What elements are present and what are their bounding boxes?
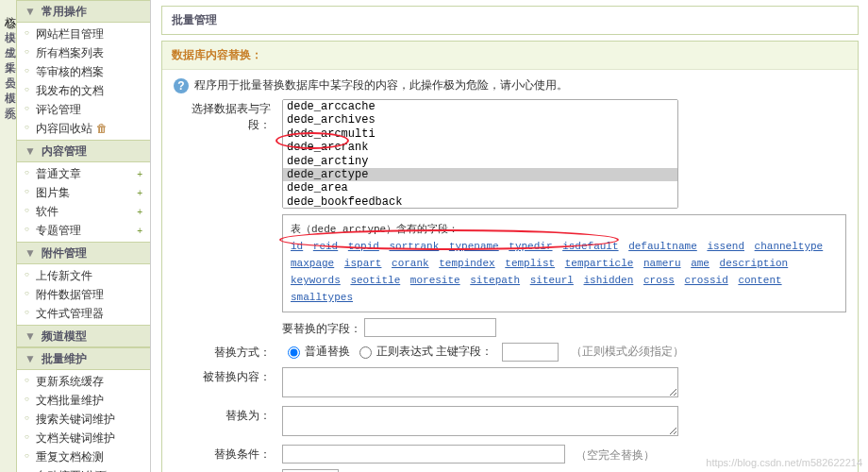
watermark: https://blog.csdn.net/m582622214: [706, 457, 862, 468]
menu-item[interactable]: 搜索关键词维护: [17, 410, 150, 429]
field-link[interactable]: crossid: [685, 275, 728, 286]
warning-text: 程序用于批量替换数据库中某字段的内容，此操作极为危险，请小心使用。: [194, 77, 568, 93]
chevron-icon: ▼: [25, 329, 36, 343]
field-link[interactable]: sitepath: [470, 275, 520, 286]
radio-normal[interactable]: [288, 346, 300, 359]
chevron-icon: ▼: [25, 144, 36, 158]
panel: 数据库内容替换： ? 程序用于批量替换数据库中某字段的内容，此操作极为危险，请小…: [161, 41, 859, 472]
add-icon[interactable]: +: [137, 169, 142, 179]
field-link[interactable]: ame: [691, 258, 709, 269]
left-menu: ▼常用操作网站栏目管理所有档案列表等审核的档案我发布的文档评论管理内容回收站🗑▼…: [17, 0, 151, 472]
section-header[interactable]: ▼内容管理: [17, 140, 150, 162]
menu-item[interactable]: 附件数据管理: [17, 285, 150, 304]
fields-list: id reid topid sortrank typename typedir …: [291, 238, 838, 306]
field-link[interactable]: ispart: [344, 258, 382, 269]
main-panel: 批量管理 数据库内容替换： ? 程序用于批量替换数据库中某字段的内容，此操作极为…: [156, 0, 868, 472]
field-link[interactable]: cross: [643, 275, 675, 286]
fields-title: 表（dede_arctype）含有的字段：: [291, 221, 838, 238]
field-link[interactable]: issend: [707, 241, 744, 252]
field-link[interactable]: reid: [313, 241, 338, 252]
menu-item[interactable]: 图片集+: [17, 183, 150, 202]
menu-item[interactable]: 普通文章+: [17, 164, 150, 183]
menu-item[interactable]: 重复文档检测: [17, 447, 150, 466]
add-icon[interactable]: +: [137, 188, 142, 198]
vertical-sidebar: 核心模块生成采集会员模板系统: [0, 0, 17, 472]
panel-title: 数据库内容替换：: [162, 42, 858, 70]
new-content-textarea[interactable]: [282, 406, 678, 436]
field-link[interactable]: typename: [449, 241, 499, 252]
section-header[interactable]: ▼附件管理: [17, 242, 150, 264]
menu-item[interactable]: 所有档案列表: [17, 43, 150, 62]
page-title: 批量管理: [161, 6, 859, 35]
menu-item[interactable]: 文档批量维护: [17, 391, 150, 410]
menu-item[interactable]: 等审核的档案: [17, 62, 150, 81]
label-condition: 替换条件：: [174, 445, 282, 463]
chevron-icon: ▼: [25, 5, 36, 18]
fields-box: 表（dede_arctype）含有的字段： id reid topid sort…: [282, 214, 846, 312]
field-link[interactable]: description: [720, 258, 789, 269]
add-icon[interactable]: +: [137, 226, 142, 236]
field-link[interactable]: id: [291, 241, 303, 252]
field-link[interactable]: typedir: [509, 241, 552, 252]
menu-item[interactable]: 网站栏目管理: [17, 25, 150, 43]
field-link[interactable]: smalltypes: [291, 292, 353, 303]
add-icon[interactable]: +: [137, 207, 142, 217]
menu-item[interactable]: 专题管理+: [17, 221, 150, 240]
field-link[interactable]: sortrank: [389, 241, 439, 252]
field-link[interactable]: moresite: [410, 275, 460, 286]
condition-input[interactable]: [282, 445, 565, 464]
field-link[interactable]: defaultname: [628, 241, 697, 252]
menu-item[interactable]: 内容回收站🗑: [17, 119, 150, 138]
label-old: 被替换内容：: [174, 367, 282, 385]
field-link[interactable]: topid: [348, 241, 379, 252]
section-header[interactable]: ▼频道模型: [17, 325, 150, 347]
field-link[interactable]: corank: [392, 258, 429, 269]
field-link[interactable]: nameru: [643, 258, 681, 269]
field-link[interactable]: ishidden: [584, 275, 634, 286]
field-link[interactable]: channeltype: [755, 241, 824, 252]
menu-item[interactable]: 文档关键词维护: [17, 429, 150, 447]
menu-item[interactable]: 自动摘要|分页: [17, 466, 150, 472]
label-mode: 替换方式：: [174, 343, 282, 361]
chevron-icon: ▼: [25, 246, 36, 260]
field-link[interactable]: maxpage: [291, 258, 334, 269]
label-new: 替换为：: [174, 406, 282, 424]
field-link[interactable]: tempindex: [439, 258, 494, 269]
section-header[interactable]: ▼批量维护: [17, 347, 150, 370]
pk-field-input[interactable]: [502, 343, 559, 362]
field-link[interactable]: temparticle: [565, 258, 634, 269]
field-link[interactable]: keywords: [291, 275, 341, 286]
menu-item[interactable]: 我发布的文档: [17, 81, 150, 100]
radio-regex[interactable]: [359, 346, 372, 359]
info-icon: ?: [174, 78, 189, 93]
field-link[interactable]: content: [738, 275, 781, 286]
table-select[interactable]: dede_arccachedede_archivesdede_arcmultid…: [282, 99, 678, 209]
field-link[interactable]: isdefault: [562, 241, 618, 252]
field-link[interactable]: templist: [505, 258, 555, 269]
menu-item[interactable]: 软件+: [17, 202, 150, 221]
field-link[interactable]: seotitle: [350, 275, 400, 286]
menu-item[interactable]: 更新系统缓存: [17, 372, 150, 391]
label-select-table: 选择数据表与字段：: [174, 99, 282, 133]
warning-note: ? 程序用于批量替换数据库中某字段的内容，此操作极为危险，请小心使用。: [174, 77, 846, 93]
menu-item[interactable]: 评论管理: [17, 100, 150, 119]
menu-item[interactable]: 文件式管理器: [17, 304, 150, 323]
section-header[interactable]: ▼常用操作: [17, 0, 150, 23]
trash-icon: 🗑: [96, 122, 108, 135]
label-replace-field: 要替换的字段：: [282, 322, 361, 335]
replace-field-input[interactable]: [364, 318, 496, 337]
chevron-icon: ▼: [25, 352, 36, 365]
field-link[interactable]: siteurl: [530, 275, 574, 286]
menu-item[interactable]: 上传新文件: [17, 266, 150, 285]
old-content-textarea[interactable]: [282, 367, 678, 397]
